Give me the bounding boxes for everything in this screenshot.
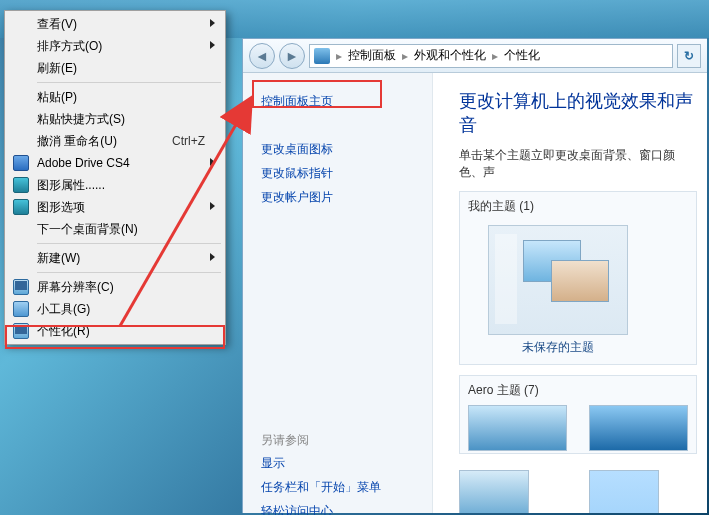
aero-themes-label: Aero 主题 (7) — [468, 382, 688, 399]
side-link-display[interactable]: 显示 — [261, 451, 432, 475]
breadcrumb-appearance[interactable]: 外观和个性化 — [414, 47, 486, 64]
side-panel: 控制面板主页 更改桌面图标 更改鼠标指针 更改帐户图片 另请参阅 显示 任务栏和… — [243, 73, 433, 513]
menu-paste[interactable]: 粘贴(P) — [7, 86, 223, 108]
submenu-arrow-icon — [210, 41, 215, 49]
menu-personalize[interactable]: 个性化(R) — [7, 320, 223, 342]
submenu-arrow-icon — [210, 158, 215, 166]
menu-sort-label: 排序方式(O) — [37, 39, 102, 53]
aero-theme-thumb[interactable] — [589, 405, 688, 451]
control-panel-window: ◄ ► ▸ 控制面板 ▸ 外观和个性化 ▸ 个性化 ↻ 控制面板主页 更改桌面图… — [242, 38, 707, 513]
theme-thumbnail-unsaved[interactable] — [488, 225, 628, 335]
submenu-arrow-icon — [210, 253, 215, 261]
menu-adobe-drive-label: Adobe Drive CS4 — [37, 156, 130, 170]
theme-preview-window-icon — [551, 260, 609, 302]
submenu-arrow-icon — [210, 19, 215, 27]
menu-image-options-label: 图形选项 — [37, 200, 85, 214]
menu-personalize-label: 个性化(R) — [37, 324, 90, 338]
breadcrumb-sep-icon: ▸ — [400, 49, 410, 63]
window-color-icon — [589, 470, 659, 513]
tile-window-color[interactable]: 窗口颜色 天空 — [589, 470, 659, 513]
breadcrumb[interactable]: ▸ 控制面板 ▸ 外观和个性化 ▸ 个性化 — [309, 44, 673, 68]
menu-new-label: 新建(W) — [37, 251, 80, 265]
adobe-drive-icon — [13, 155, 29, 171]
menu-image-properties-label: 图形属性...... — [37, 178, 105, 192]
arrow-right-icon: ► — [285, 48, 299, 64]
side-link-ease-of-access[interactable]: 轻松访问中心 — [261, 499, 432, 515]
aero-themes-group: Aero 主题 (7) — [459, 375, 697, 454]
aero-theme-row — [468, 405, 688, 451]
menu-refresh-label: 刷新(E) — [37, 61, 77, 75]
menu-separator — [37, 243, 221, 244]
menu-paste-shortcut-label: 粘贴快捷方式(S) — [37, 112, 125, 126]
personalization-tiles: 桌面背景 放映幻灯片 窗口颜色 天空 — [459, 470, 697, 513]
menu-view-label: 查看(V) — [37, 17, 77, 31]
monitor-icon — [13, 279, 29, 295]
side-link-change-pointer[interactable]: 更改鼠标指针 — [261, 161, 432, 185]
desktop-background-icon — [459, 470, 529, 513]
arrow-left-icon: ◄ — [255, 48, 269, 64]
menu-paste-shortcut[interactable]: 粘贴快捷方式(S) — [7, 108, 223, 130]
control-panel-icon — [314, 48, 330, 64]
aero-theme-thumb[interactable] — [468, 405, 567, 451]
breadcrumb-personalize[interactable]: 个性化 — [504, 47, 540, 64]
side-link-taskbar[interactable]: 任务栏和「开始」菜单 — [261, 475, 432, 499]
menu-view[interactable]: 查看(V) — [7, 13, 223, 35]
refresh-button[interactable]: ↻ — [677, 44, 701, 68]
tile-desktop-background[interactable]: 桌面背景 放映幻灯片 — [459, 470, 529, 513]
menu-new[interactable]: 新建(W) — [7, 247, 223, 269]
menu-next-background[interactable]: 下一个桌面背景(N) — [7, 218, 223, 240]
refresh-icon: ↻ — [684, 49, 694, 63]
menu-next-background-label: 下一个桌面背景(N) — [37, 222, 138, 236]
menu-undo-rename[interactable]: 撤消 重命名(U) Ctrl+Z — [7, 130, 223, 152]
submenu-arrow-icon — [210, 202, 215, 210]
personalize-icon — [13, 323, 29, 339]
menu-refresh[interactable]: 刷新(E) — [7, 57, 223, 79]
menu-undo-shortcut: Ctrl+Z — [172, 130, 205, 152]
menu-paste-label: 粘贴(P) — [37, 90, 77, 104]
side-link-change-account-pic[interactable]: 更改帐户图片 — [261, 185, 432, 209]
menu-adobe-drive[interactable]: Adobe Drive CS4 — [7, 152, 223, 174]
menu-separator — [37, 82, 221, 83]
side-see-also-header: 另请参阅 — [261, 429, 432, 451]
menu-screen-resolution[interactable]: 屏幕分辨率(C) — [7, 276, 223, 298]
control-panel-body: 控制面板主页 更改桌面图标 更改鼠标指针 更改帐户图片 另请参阅 显示 任务栏和… — [243, 73, 707, 513]
breadcrumb-sep-icon: ▸ — [490, 49, 500, 63]
menu-undo-rename-label: 撤消 重命名(U) — [37, 134, 117, 148]
intel-gfx-icon — [13, 177, 29, 193]
side-link-home[interactable]: 控制面板主页 — [261, 89, 432, 113]
menu-screen-resolution-label: 屏幕分辨率(C) — [37, 280, 114, 294]
gadgets-icon — [13, 301, 29, 317]
theme-label-unsaved: 未保存的主题 — [488, 339, 628, 356]
side-link-change-icons[interactable]: 更改桌面图标 — [261, 137, 432, 161]
my-themes-label: 我的主题 (1) — [468, 198, 688, 215]
main-pane: 更改计算机上的视觉效果和声音 单击某个主题立即更改桌面背景、窗口颜色、声 我的主… — [433, 73, 707, 513]
nav-back-button[interactable]: ◄ — [249, 43, 275, 69]
menu-image-properties[interactable]: 图形属性...... — [7, 174, 223, 196]
intel-gfx-icon — [13, 199, 29, 215]
menu-separator — [37, 272, 221, 273]
page-title: 更改计算机上的视觉效果和声音 — [459, 89, 697, 137]
menu-sort[interactable]: 排序方式(O) — [7, 35, 223, 57]
my-themes-group: 我的主题 (1) 未保存的主题 — [459, 191, 697, 365]
breadcrumb-cp[interactable]: 控制面板 — [348, 47, 396, 64]
menu-image-options[interactable]: 图形选项 — [7, 196, 223, 218]
nav-forward-button[interactable]: ► — [279, 43, 305, 69]
menu-gadgets[interactable]: 小工具(G) — [7, 298, 223, 320]
breadcrumb-sep-icon: ▸ — [334, 49, 344, 63]
side-spacer — [261, 329, 432, 429]
page-subtitle: 单击某个主题立即更改桌面背景、窗口颜色、声 — [459, 147, 697, 181]
desktop-context-menu: 查看(V) 排序方式(O) 刷新(E) 粘贴(P) 粘贴快捷方式(S) 撤消 重… — [4, 10, 226, 345]
menu-gadgets-label: 小工具(G) — [37, 302, 90, 316]
address-bar: ◄ ► ▸ 控制面板 ▸ 外观和个性化 ▸ 个性化 ↻ — [243, 39, 707, 73]
